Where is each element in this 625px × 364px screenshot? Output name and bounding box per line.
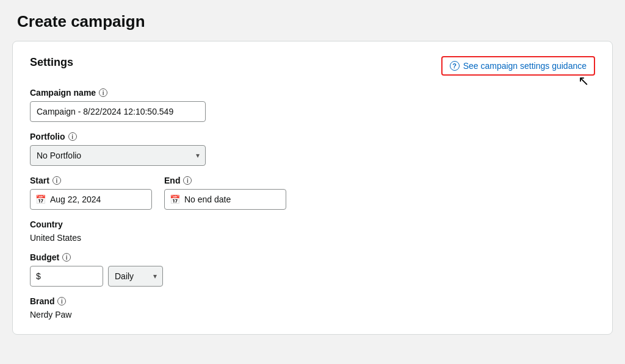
budget-info-icon[interactable]: i	[62, 253, 71, 262]
campaign-name-input[interactable]	[30, 101, 206, 122]
date-row: Start i 📅 End i 📅	[30, 176, 595, 210]
budget-input[interactable]	[30, 266, 103, 287]
guidance-link-container[interactable]: ? See campaign settings guidance ↖	[441, 56, 595, 76]
budget-input-wrapper: $	[30, 266, 103, 287]
end-group: End i 📅	[164, 176, 286, 210]
end-info-icon[interactable]: i	[183, 176, 192, 185]
portfolio-group: Portfolio i No Portfolio ▾	[30, 132, 595, 166]
country-label: Country	[30, 219, 595, 229]
guidance-link[interactable]: See campaign settings guidance	[463, 61, 587, 71]
portfolio-label: Portfolio i	[30, 132, 595, 141]
budget-row: $ Daily Monthly Lifetime ▾	[30, 266, 595, 287]
budget-frequency-select[interactable]: Daily Monthly Lifetime	[108, 266, 163, 287]
budget-frequency-wrapper: Daily Monthly Lifetime ▾	[108, 266, 163, 287]
country-group: Country United States	[30, 219, 595, 243]
start-info-icon[interactable]: i	[52, 176, 61, 185]
form-section: Campaign name i Portfolio i No Portfolio…	[30, 88, 595, 319]
end-input-wrapper: 📅	[164, 189, 286, 210]
start-date-input[interactable]	[30, 189, 152, 210]
start-label: Start i	[30, 176, 152, 185]
brand-group: Brand i Nerdy Paw	[30, 296, 595, 319]
end-date-input[interactable]	[164, 189, 286, 210]
brand-info-icon[interactable]: i	[57, 297, 66, 305]
campaign-name-label: Campaign name i	[30, 88, 595, 98]
cursor-arrow: ↖	[578, 74, 589, 88]
budget-label: Budget i	[30, 252, 595, 262]
portfolio-info-icon[interactable]: i	[68, 132, 77, 141]
start-group: Start i 📅	[30, 176, 152, 210]
settings-title: Settings	[30, 56, 73, 69]
portfolio-select-wrapper: No Portfolio ▾	[30, 145, 206, 166]
page-title: Create campaign	[17, 12, 608, 31]
campaign-name-group: Campaign name i	[30, 88, 595, 122]
brand-label: Brand i	[30, 296, 595, 306]
settings-card: Settings ? See campaign settings guidanc…	[12, 41, 613, 335]
budget-group: Budget i $ Daily Monthly Lifetime	[30, 252, 595, 287]
start-input-wrapper: 📅	[30, 189, 152, 210]
end-label: End i	[164, 176, 286, 185]
question-icon: ?	[450, 61, 460, 71]
campaign-name-info-icon[interactable]: i	[99, 88, 107, 97]
portfolio-select[interactable]: No Portfolio	[30, 145, 206, 166]
country-value: United States	[30, 233, 595, 243]
card-header: Settings ? See campaign settings guidanc…	[30, 56, 595, 76]
brand-value: Nerdy Paw	[30, 310, 595, 319]
